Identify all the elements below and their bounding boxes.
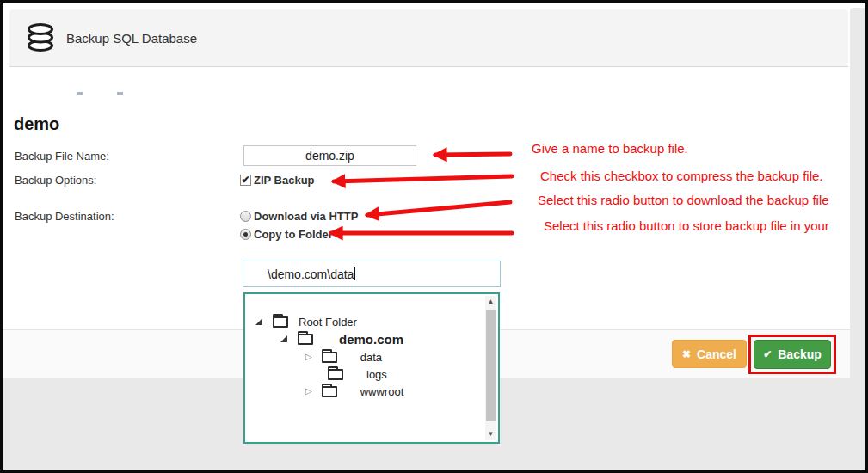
database-icon — [25, 22, 56, 54]
collapse-toggle-icon[interactable]: ▷ — [305, 353, 312, 361]
destination-label: Backup Destination: — [15, 210, 114, 223]
x-icon: ✖ — [682, 348, 691, 360]
copy-to-folder-radio[interactable] — [240, 229, 251, 240]
dialog-header: Backup SQL Database — [9, 9, 848, 67]
scroll-down-icon[interactable]: ▼ — [485, 428, 496, 440]
folder-tree: Root Folder demo.com ▷ data logs ▷ wwwro… — [243, 292, 500, 444]
collapse-toggle-icon[interactable]: ▷ — [305, 387, 312, 396]
tree-node-label[interactable]: demo.com — [339, 332, 403, 347]
annotation-zip: Check this checkbox to compress the back… — [540, 169, 823, 183]
tree-node-site[interactable]: demo.com — [280, 331, 403, 347]
zip-backup-checkbox[interactable]: ✔ — [240, 175, 251, 186]
folder-icon — [273, 316, 288, 328]
tree-node-data[interactable]: ▷ data — [305, 349, 382, 365]
tree-node-label[interactable]: data — [360, 351, 382, 364]
tree-node-label[interactable]: wwwroot — [360, 385, 404, 398]
expand-toggle-icon[interactable] — [255, 318, 262, 325]
page-background-right — [850, 8, 868, 473]
folder-icon — [322, 352, 337, 363]
annotation-file-name: Give a name to backup file. — [532, 141, 688, 156]
cancel-button[interactable]: ✖ Cancel — [672, 340, 747, 368]
folder-icon — [328, 369, 343, 380]
copy-to-folder-radio-label[interactable]: Copy to Folder — [254, 228, 333, 241]
cancel-button-label: Cancel — [697, 347, 736, 361]
backup-dialog-window: Backup SQL Database demo Backup File Nam… — [0, 0, 868, 473]
folder-icon — [322, 386, 337, 397]
tree-node-logs[interactable]: logs — [328, 366, 387, 382]
backup-button-highlight-annotation — [748, 335, 836, 374]
backup-file-name-input[interactable] — [243, 145, 416, 166]
tree-node-label[interactable]: Root Folder — [299, 316, 357, 329]
copy-to-folder-option[interactable]: Copy to Folder — [240, 228, 333, 241]
folder-path-input[interactable]: \demo.com\data — [243, 261, 501, 287]
zip-backup-option[interactable]: ✔ ZIP Backup — [240, 174, 315, 187]
arrow-to-zip-checkbox — [334, 176, 512, 181]
scroll-up-icon[interactable]: ▲ — [485, 296, 496, 308]
scrollbar-thumb[interactable] — [486, 310, 496, 421]
folder-path-value: \demo.com\data — [268, 267, 354, 281]
file-name-label: Backup File Name: — [15, 150, 109, 163]
tree-node-label[interactable]: logs — [366, 368, 387, 381]
arrow-to-filename-input — [435, 154, 510, 155]
arrow-to-http-radio — [367, 202, 510, 215]
annotation-http: Select this radio button to download the… — [538, 193, 829, 207]
download-http-radio[interactable] — [240, 211, 251, 222]
tree-scrollbar[interactable]: ▲ ▼ — [485, 296, 496, 440]
dialog-title: Backup SQL Database — [66, 31, 197, 46]
tree-node-wwwroot[interactable]: ▷ wwwroot — [305, 384, 403, 399]
download-http-option[interactable]: Download via HTTP — [240, 210, 358, 223]
tree-node-root[interactable]: Root Folder — [255, 314, 357, 329]
clipped-text-artifact — [77, 92, 83, 95]
database-name-heading: demo — [14, 114, 59, 134]
folder-icon — [298, 334, 313, 345]
zip-backup-checkbox-label[interactable]: ZIP Backup — [254, 174, 315, 187]
expand-toggle-icon[interactable] — [280, 335, 287, 342]
download-http-radio-label[interactable]: Download via HTTP — [254, 210, 358, 223]
clipped-text-artifact — [117, 92, 123, 95]
options-label: Backup Options: — [15, 174, 96, 187]
annotation-folder: Select this radio button to store backup… — [544, 218, 829, 233]
text-cursor — [354, 267, 355, 280]
